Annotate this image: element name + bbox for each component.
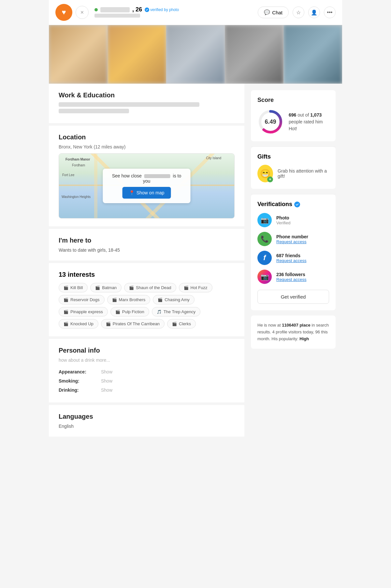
profile-button[interactable]: 👤	[308, 7, 320, 18]
star-icon: ☆	[296, 9, 301, 16]
language-value: English	[59, 424, 235, 429]
interest-label: Clerks	[179, 321, 191, 326]
interest-icon: 🎬	[64, 310, 68, 314]
photo-5[interactable]	[283, 25, 342, 84]
interest-label: Shaun of the Dead	[136, 285, 171, 290]
verif-info: 236 followers Request access	[276, 272, 307, 282]
score-value: 6.49	[265, 119, 276, 125]
interest-tag: 🎬Reservoir Dogs	[59, 295, 105, 304]
right-panel: Score 6.49	[244, 84, 342, 439]
verif-icon: 📷	[257, 270, 272, 284]
work-education-title: Work & Education	[59, 91, 235, 99]
photo-strip	[49, 25, 342, 84]
interest-icon: 🎬	[95, 286, 100, 290]
work-education-section: Work & Education	[49, 84, 244, 123]
gift-emoji[interactable]: 😁 +	[257, 165, 273, 182]
interest-label: Knocked Up	[70, 321, 94, 326]
personal-label: Appearance:	[59, 369, 101, 374]
interest-label: Hot Fuzz	[191, 285, 208, 290]
blurred-name	[100, 7, 130, 12]
interest-label: Pirates Of The Carribean	[113, 321, 160, 326]
like-button[interactable]: ♥	[55, 4, 72, 21]
more-button[interactable]: •••	[324, 7, 336, 18]
show-on-map-button[interactable]: 📍 Show on map	[123, 187, 171, 199]
verif-name: 236 followers	[276, 272, 307, 277]
get-verified-button[interactable]: Get verified	[257, 290, 329, 304]
interest-label: Chasing Amy	[165, 297, 190, 302]
photo-4[interactable]	[225, 25, 283, 84]
interest-label: Marx Brothers	[119, 297, 146, 302]
interest-tag: 🎬Pulp Fiction	[110, 307, 149, 316]
verif-info: Phone number Request access	[276, 234, 308, 244]
score-content: 6.49 696 out of 1,073 people rated him H…	[257, 109, 329, 135]
interest-tag: 🎬Marx Brothers	[107, 295, 151, 304]
interest-label: Kill Bill	[70, 285, 83, 290]
here-to-section: I'm here to Wants to date with girls, 18…	[49, 229, 244, 260]
map-container: Fordham Manor Fordham City Island Fort L…	[59, 153, 235, 218]
interest-tag: 🎬Pirates Of The Carribean	[101, 319, 165, 329]
verif-action[interactable]: Request access	[276, 239, 308, 244]
verif-action[interactable]: Request access	[276, 277, 307, 282]
verif-name: Photo	[276, 215, 290, 220]
verif-name: Phone number	[276, 234, 308, 239]
verif-icon: 📞	[257, 232, 272, 246]
interest-label: Pulp Fiction	[122, 309, 144, 314]
personal-info-row: Appearance:Show	[59, 367, 235, 376]
personal-label: Drinking:	[59, 387, 101, 393]
languages-section: Languages English	[49, 405, 244, 437]
personal-info-section: Personal info how about a drink more... …	[49, 339, 244, 402]
interest-tag: 🎬Pinapple express	[59, 307, 108, 316]
personal-value[interactable]: Show	[101, 387, 112, 393]
location-title: Location	[59, 133, 235, 141]
interests-section: 13 interests 🎬Kill Bill🎬Batman🎬Shaun of …	[49, 263, 244, 336]
photo-2[interactable]	[108, 25, 166, 84]
here-to-text: Wants to date with girls, 18-45	[59, 247, 235, 253]
interest-label: The Trep Agency	[164, 309, 195, 314]
interest-tag: 🎬Hot Fuzz	[179, 283, 212, 292]
verif-name: 687 friends	[276, 253, 307, 258]
gifts-content: 😁 + Grab his attention with a gift!	[257, 165, 329, 182]
interest-tag: 🎵The Trep Agency	[152, 307, 200, 316]
verifications-title: Verifications	[257, 201, 329, 208]
gifts-title: Gifts	[257, 153, 329, 160]
user-name-age: , 26 verified by photo	[94, 6, 179, 13]
languages-title: Languages	[59, 413, 235, 420]
photo-1[interactable]	[49, 25, 108, 84]
interest-tag: 🎬Clerks	[167, 319, 196, 329]
person-icon: 👤	[311, 9, 317, 16]
verif-action[interactable]: Request access	[276, 258, 307, 263]
personal-value[interactable]: Show	[101, 369, 112, 374]
stats-section: He is now at 1106407 place in search res…	[251, 315, 336, 349]
score-circle: 6.49	[257, 109, 283, 135]
verifications-list: 📷 Photo Verified 📞 Phone number Request …	[257, 213, 329, 284]
location-section: Location Bronx, New York (12 miles away)…	[49, 126, 244, 226]
header-actions: 💬 Chat ☆ 👤 •••	[258, 7, 336, 18]
personal-info-row: Smoking:Show	[59, 376, 235, 385]
chat-button[interactable]: 💬 Chat	[258, 7, 289, 18]
header-left: ♥ × , 26 verified by photo	[55, 4, 179, 21]
pin-icon: 📍	[129, 190, 135, 195]
personal-value[interactable]: Show	[101, 378, 112, 384]
close-button[interactable]: ×	[76, 6, 89, 19]
personal-bio: how about a drink more...	[59, 357, 235, 363]
verif-icon: f	[257, 251, 272, 265]
score-section: Score 6.49	[251, 90, 336, 141]
more-icon: •••	[327, 9, 333, 15]
photo-3[interactable]	[166, 25, 225, 84]
interests-grid: 🎬Kill Bill🎬Batman🎬Shaun of the Dead🎬Hot …	[59, 283, 235, 329]
interest-tag: 🎬Kill Bill	[59, 283, 88, 292]
interest-tag: 🎬Knocked Up	[59, 319, 98, 329]
here-to-title: I'm here to	[59, 237, 235, 244]
verif-icon: 📷	[257, 213, 272, 227]
interest-icon: 🎬	[64, 298, 68, 302]
star-button[interactable]: ☆	[293, 7, 304, 18]
personal-fields: Appearance:ShowSmoking:ShowDrinking:Show	[59, 367, 235, 395]
header: ♥ × , 26 verified by photo 💬 Chat ☆	[49, 0, 342, 25]
svg-point-3	[294, 202, 300, 207]
verification-item: f 687 friends Request access	[257, 251, 329, 265]
verified-icon	[294, 202, 300, 207]
gifts-text: Grab his attention with a gift!	[278, 168, 329, 179]
interest-tag: 🎬Batman	[90, 283, 122, 292]
interest-icon: 🎬	[112, 298, 117, 302]
score-title: Score	[257, 97, 329, 104]
